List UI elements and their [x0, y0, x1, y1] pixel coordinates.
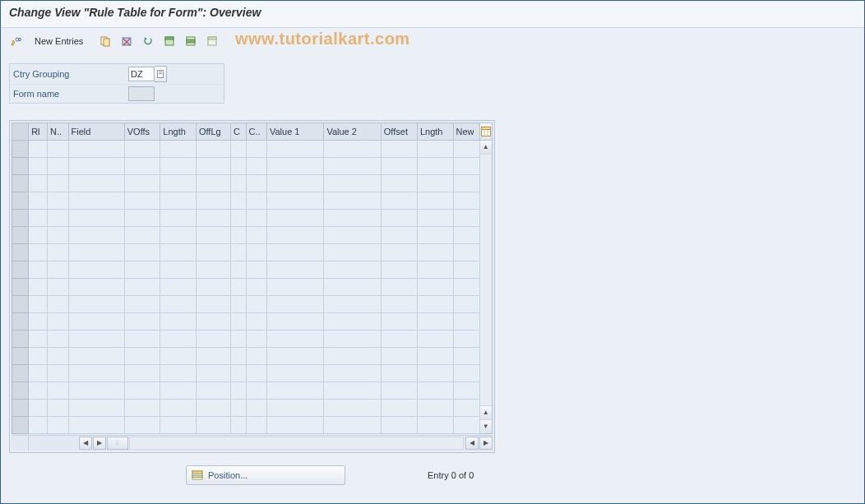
grid-cell[interactable] — [230, 175, 246, 192]
grid-cell[interactable] — [48, 227, 68, 244]
grid-cell[interactable] — [196, 158, 230, 175]
grid-cell[interactable] — [124, 244, 160, 261]
grid-cell[interactable] — [68, 417, 124, 434]
row-selector[interactable] — [12, 227, 29, 244]
grid-cell[interactable] — [196, 244, 230, 261]
column-header[interactable]: Value 2 — [324, 123, 381, 141]
grid-cell[interactable] — [453, 365, 479, 382]
grid-cell[interactable] — [68, 141, 124, 158]
grid-cell[interactable] — [196, 365, 230, 382]
grid-cell[interactable] — [453, 227, 479, 244]
grid-cell[interactable] — [381, 261, 417, 279]
grid-cell[interactable] — [266, 417, 323, 434]
grid-cell[interactable] — [266, 192, 323, 210]
grid-cell[interactable] — [266, 261, 323, 279]
row-selector[interactable] — [12, 417, 29, 434]
grid-cell[interactable] — [324, 158, 381, 175]
grid-cell[interactable] — [230, 365, 246, 382]
grid-cell[interactable] — [124, 417, 160, 434]
grid-cell[interactable] — [68, 279, 124, 296]
grid-cell[interactable] — [246, 244, 266, 261]
row-selector[interactable] — [12, 158, 29, 175]
scroll-right-button[interactable]: ▶ — [479, 437, 493, 450]
undo-change-button[interactable] — [138, 32, 158, 50]
grid-cell[interactable] — [246, 192, 266, 210]
grid-cell[interactable] — [160, 313, 197, 331]
grid-cell[interactable] — [160, 365, 197, 382]
row-selector[interactable] — [12, 400, 29, 417]
grid-cell[interactable] — [324, 279, 381, 296]
hscroll-track[interactable] — [129, 437, 464, 450]
column-header[interactable]: N.. — [48, 123, 68, 141]
grid-cell[interactable] — [196, 313, 230, 331]
grid-cell[interactable] — [124, 279, 160, 296]
grid-cell[interactable] — [124, 175, 160, 192]
grid-cell[interactable] — [230, 261, 246, 279]
grid-cell[interactable] — [324, 227, 381, 244]
select-block-button[interactable] — [181, 32, 201, 50]
grid-cell[interactable] — [417, 141, 453, 158]
grid-cell[interactable] — [230, 313, 246, 331]
grid-cell[interactable] — [417, 331, 453, 348]
grid-cell[interactable] — [324, 348, 381, 365]
grid-cell[interactable] — [266, 331, 323, 348]
grid-cell[interactable] — [381, 141, 417, 158]
grid-cell[interactable] — [124, 192, 160, 210]
grid-cell[interactable] — [124, 261, 160, 279]
copy-as-button[interactable] — [95, 32, 115, 50]
grid-cell[interactable] — [196, 400, 230, 417]
grid-cell[interactable] — [29, 192, 48, 210]
grid-cell[interactable] — [68, 313, 124, 331]
grid-cell[interactable] — [266, 365, 323, 382]
grid-cell[interactable] — [230, 400, 246, 417]
grid-cell[interactable] — [68, 210, 124, 227]
row-selector[interactable] — [12, 382, 29, 400]
grid-cell[interactable] — [230, 141, 246, 158]
grid-cell[interactable] — [324, 210, 381, 227]
grid-cell[interactable] — [246, 279, 266, 296]
grid-cell[interactable] — [381, 400, 417, 417]
grid-cell[interactable] — [230, 158, 246, 175]
scroll-right-step-button[interactable]: ▶ — [93, 437, 106, 450]
grid-cell[interactable] — [68, 227, 124, 244]
grid-cell[interactable] — [381, 365, 417, 382]
grid-cell[interactable] — [29, 279, 48, 296]
grid-cell[interactable] — [453, 244, 479, 261]
grid-cell[interactable] — [246, 331, 266, 348]
grid-cell[interactable] — [417, 227, 453, 244]
grid-cell[interactable] — [48, 382, 68, 400]
grid-cell[interactable] — [196, 417, 230, 434]
grid-cell[interactable] — [324, 141, 381, 158]
grid-cell[interactable] — [48, 313, 68, 331]
row-selector[interactable] — [12, 261, 29, 279]
grid-cell[interactable] — [417, 210, 453, 227]
grid-cell[interactable] — [246, 141, 266, 158]
scroll-up-button[interactable]: ▲ — [480, 141, 492, 155]
grid-cell[interactable] — [124, 382, 160, 400]
grid-cell[interactable] — [453, 158, 479, 175]
grid-cell[interactable] — [230, 331, 246, 348]
grid-cell[interactable] — [29, 158, 48, 175]
grid-cell[interactable] — [246, 417, 266, 434]
column-header[interactable]: VOffs — [124, 123, 160, 141]
grid-cell[interactable] — [453, 417, 479, 434]
grid-cell[interactable] — [266, 348, 323, 365]
grid-cell[interactable] — [453, 382, 479, 400]
grid-cell[interactable] — [417, 192, 453, 210]
grid-cell[interactable] — [324, 365, 381, 382]
grid-cell[interactable] — [124, 331, 160, 348]
hscroll-thumb[interactable]: ⦙⦙ — [107, 437, 128, 450]
grid-cell[interactable] — [124, 158, 160, 175]
grid-cell[interactable] — [48, 400, 68, 417]
grid-cell[interactable] — [453, 331, 479, 348]
grid-cell[interactable] — [29, 296, 48, 313]
grid-cell[interactable] — [48, 279, 68, 296]
grid-cell[interactable] — [246, 175, 266, 192]
grid-cell[interactable] — [246, 365, 266, 382]
grid-cell[interactable] — [453, 261, 479, 279]
vscroll-track[interactable] — [480, 155, 492, 405]
grid-cell[interactable] — [324, 261, 381, 279]
grid-cell[interactable] — [324, 192, 381, 210]
grid-cell[interactable] — [324, 382, 381, 400]
grid-cell[interactable] — [68, 382, 124, 400]
